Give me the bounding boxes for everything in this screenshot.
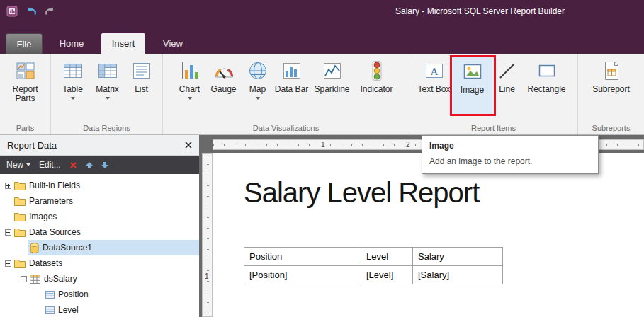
new-button[interactable]: New: [6, 160, 30, 170]
text-box-button[interactable]: A Text Box: [416, 56, 453, 115]
tree-item-images[interactable]: Images: [0, 209, 199, 224]
data-bar-button[interactable]: Data Bar: [274, 56, 310, 115]
table-header-cell[interactable]: Salary: [413, 248, 503, 266]
dataset-icon: [30, 275, 40, 284]
button-label: Image: [461, 86, 484, 95]
report-parts-icon: [15, 59, 36, 83]
field-icon: [45, 306, 55, 314]
report-data-panel: Report Data New Edit...: [0, 135, 199, 317]
ruler-number: 2: [405, 141, 412, 149]
tree-item-datasets[interactable]: Datasets: [0, 255, 199, 271]
table-data-cell[interactable]: [Level]: [361, 266, 413, 284]
ruler-ticks: [207, 154, 209, 316]
line-icon: [497, 59, 518, 83]
ribbon-group-data-visualizations: Chart Gauge Map: [163, 54, 409, 134]
ruler-number: 1: [205, 272, 209, 280]
text-box-icon: A: [424, 59, 445, 83]
report-title[interactable]: Salary Level Report: [244, 177, 479, 209]
tree-item-label: Parameters: [29, 196, 73, 206]
table-button[interactable]: Table: [56, 56, 90, 115]
collapse-minus-icon[interactable]: [4, 260, 13, 267]
button-label: Subreport: [592, 85, 630, 94]
tree-item-datasource1[interactable]: DataSource1: [0, 240, 199, 255]
database-icon: [30, 243, 39, 253]
indicator-button[interactable]: Indicator: [355, 56, 399, 115]
sparkline-button[interactable]: Sparkline: [310, 56, 355, 115]
image-tooltip: Image Add an image to the report.: [422, 135, 599, 174]
tree-item-position-field[interactable]: Position: [0, 287, 199, 302]
report-data-tree: Built-in Fields Parameters: [0, 174, 199, 317]
matrix-button[interactable]: Matrix: [90, 56, 125, 115]
folder-icon: [14, 197, 26, 206]
button-label: Table: [62, 85, 83, 94]
gauge-button[interactable]: Gauge: [206, 56, 242, 115]
move-up-icon[interactable]: [86, 161, 93, 169]
chevron-down-icon: [256, 97, 260, 100]
button-label: Report Parts: [3, 85, 48, 103]
tab-insert[interactable]: Insert: [101, 33, 145, 54]
delete-icon[interactable]: [69, 161, 77, 169]
matrix-icon: [97, 59, 118, 83]
design-surface[interactable]: Salary Level Report Position Level Salar…: [213, 153, 644, 317]
tree-item-built-in-fields[interactable]: Built-in Fields: [0, 178, 199, 193]
close-icon[interactable]: [185, 142, 192, 149]
chart-button[interactable]: Chart: [174, 56, 206, 115]
group-label-report-items: Report Items: [409, 124, 577, 132]
table-header-cell[interactable]: Position: [244, 248, 361, 266]
quick-access-toolbar: [6, 5, 57, 18]
tab-home[interactable]: Home: [51, 33, 92, 54]
tree-item-dssalary[interactable]: dsSalary: [0, 271, 199, 287]
tab-view[interactable]: View: [153, 33, 193, 54]
app-icon: [6, 5, 18, 18]
button-label: Sparkline: [314, 85, 349, 94]
report-table[interactable]: Position Level Salary [Position] [Level]…: [244, 247, 503, 284]
tree-item-level-field[interactable]: Level: [0, 302, 199, 317]
ribbon-group-data-regions: Table Matrix List Data Regions: [51, 54, 163, 134]
list-button[interactable]: List: [125, 56, 158, 115]
selected-tree-item[interactable]: DataSource1: [28, 240, 199, 255]
undo-icon[interactable]: [25, 5, 38, 18]
table-data-cell[interactable]: [Position]: [244, 266, 361, 284]
tab-file[interactable]: File: [6, 33, 43, 54]
button-label: Rectangle: [527, 85, 565, 94]
collapse-minus-icon[interactable]: [19, 276, 28, 282]
tooltip-title: Image: [429, 141, 591, 151]
subreport-button[interactable]: Subreport: [586, 56, 637, 115]
folder-icon: [14, 228, 26, 237]
report-parts-button[interactable]: Report Parts: [3, 56, 48, 115]
table-data-cell[interactable]: [Salary]: [413, 266, 503, 284]
chevron-down-icon: [188, 97, 192, 100]
tree-item-parameters[interactable]: Parameters: [0, 193, 199, 209]
panel-toolbar: New Edit...: [0, 156, 199, 174]
tree-item-label: Images: [29, 212, 57, 221]
ribbon-group-subreports: Subreport Subreports: [578, 54, 644, 134]
button-label: Line: [499, 85, 515, 94]
expand-plus-icon[interactable]: [4, 183, 13, 189]
image-button[interactable]: Image: [453, 56, 492, 115]
rectangle-button[interactable]: Rectangle: [522, 56, 572, 115]
button-label: Map: [249, 85, 266, 94]
chevron-down-icon: [26, 163, 30, 166]
folder-icon: [14, 212, 26, 221]
tree-item-data-sources[interactable]: Data Sources: [0, 224, 199, 240]
table-icon: [62, 59, 84, 83]
button-label: Chart: [179, 85, 200, 94]
map-button[interactable]: Map: [242, 56, 274, 115]
tree-item-label: Built-in Fields: [29, 180, 80, 190]
report-builder-window: Salary - Microsoft SQL Server Report Bui…: [0, 0, 644, 317]
group-label-parts: Parts: [0, 124, 50, 132]
ribbon: Report Parts Parts Table Ma: [0, 54, 644, 135]
group-label-data-regions: Data Regions: [51, 124, 162, 132]
table-header-cell[interactable]: Level: [361, 248, 413, 266]
edit-button[interactable]: Edit...: [39, 160, 61, 170]
move-down-icon[interactable]: [101, 161, 108, 169]
collapse-minus-icon[interactable]: [4, 229, 13, 236]
chart-icon: [179, 59, 200, 83]
button-label: List: [135, 85, 148, 94]
redo-icon[interactable]: [44, 5, 57, 18]
map-icon: [247, 59, 269, 83]
line-button[interactable]: Line: [492, 56, 522, 115]
tree-item-label: Position: [58, 289, 89, 299]
group-label-data-visualizations: Data Visualizations: [163, 124, 409, 132]
table-header-row: Position Level Salary: [244, 248, 503, 266]
